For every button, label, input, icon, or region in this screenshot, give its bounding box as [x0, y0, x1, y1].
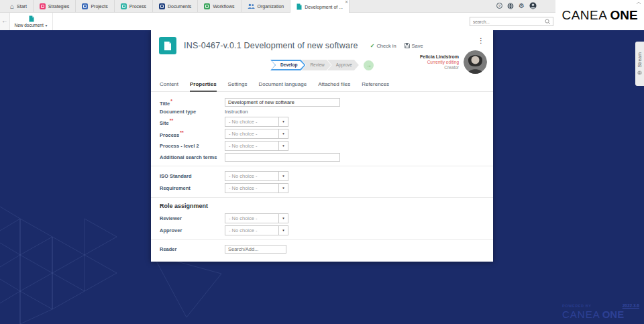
tab-process[interactable]: Process — [115, 0, 153, 12]
chevron-down-icon[interactable]: ▼ — [278, 214, 288, 223]
help-icon[interactable]: ? — [496, 3, 502, 9]
tab-label: Process — [129, 4, 146, 9]
tab-references[interactable]: References — [362, 81, 389, 91]
document-type-value: Instruction — [225, 109, 248, 115]
tab-workflows[interactable]: Workflows — [198, 0, 241, 12]
tab-label: Development of ... — [305, 5, 343, 9]
kebab-menu-icon[interactable]: ⋮ — [478, 37, 484, 44]
editing-status: Currently editing — [420, 60, 459, 64]
requirement-select[interactable]: - No choice - ▼ — [225, 183, 288, 193]
tab-label: Documents — [168, 4, 191, 9]
additional-search-terms-label: Additional search terms — [160, 154, 225, 160]
stream-icon — [637, 70, 642, 75]
stream-side-tab[interactable]: Stream — [635, 42, 644, 86]
chevron-down-icon[interactable]: ▼ — [278, 184, 288, 193]
tab-label: Start — [17, 4, 27, 9]
search-input[interactable] — [470, 19, 545, 24]
approver-label: Approver — [160, 227, 225, 233]
chevron-down-icon[interactable]: ▼ — [278, 129, 288, 138]
divider — [151, 239, 493, 240]
divider — [151, 166, 493, 166]
reviewer-select[interactable]: - No choice - ▼ — [225, 213, 288, 223]
avatar — [464, 50, 487, 74]
chevron-down-icon: ▼ — [45, 23, 48, 28]
save-button[interactable]: Save — [405, 43, 423, 49]
process-icon — [121, 3, 127, 9]
tab-projects[interactable]: Projects — [76, 0, 114, 12]
save-icon — [405, 43, 410, 48]
tab-label: Strategies — [48, 4, 70, 9]
iso-standard-select[interactable]: - No choice - ▼ — [225, 171, 288, 181]
check-icon: ✓ — [370, 43, 375, 49]
main-stage: INS-0467-v.0.1 Development of new softwa… — [0, 30, 644, 324]
process-select[interactable]: - No choice - ▼ — [225, 129, 288, 139]
chevron-down-icon[interactable]: ▼ — [278, 226, 288, 235]
content-tab-bar: Content Properties Settings Document lan… — [151, 81, 493, 92]
chevron-down-icon[interactable]: ▼ — [278, 117, 288, 126]
check-in-button[interactable]: ✓ Check in — [370, 43, 396, 49]
tab-attached-files[interactable]: Attached files — [318, 81, 350, 91]
reviewer-label: Reviewer — [160, 215, 225, 221]
user-avatar-icon[interactable] — [529, 2, 537, 9]
top-chrome: ⌂ Start Strategies Projects Process Docu… — [0, 0, 644, 30]
organization-icon — [248, 3, 255, 9]
globe-icon[interactable] — [507, 3, 514, 9]
workflow-step-approve[interactable]: Approve — [327, 60, 359, 70]
tab-document-language[interactable]: Document language — [259, 81, 307, 91]
strategies-icon — [40, 3, 46, 9]
form-row-reviewer: Reviewer - No choice - ▼ — [160, 213, 484, 223]
back-button[interactable]: ← — [0, 13, 10, 30]
projects-icon — [82, 3, 88, 9]
user-name: Felicia Lindstrom — [420, 54, 459, 59]
process-level2-label: Process - level 2 — [160, 143, 225, 149]
advance-workflow-button[interactable]: → — [364, 60, 374, 70]
tab-label: Projects — [91, 4, 107, 9]
form-row-requirement: Requirement - No choice - ▼ — [160, 183, 484, 193]
tab-label: Organization — [258, 4, 284, 9]
footer-logo: CANEAONE — [562, 309, 639, 320]
form-row-approver: Approver - No choice - ▼ — [160, 225, 484, 235]
version-link[interactable]: 2022.3.6 — [623, 303, 639, 308]
footer-branding: POWERED BY 2022.3.6 CANEAONE — [562, 303, 639, 320]
new-document-icon — [29, 15, 34, 22]
divider — [151, 197, 493, 198]
tab-start[interactable]: ⌂ Start — [4, 0, 34, 12]
form-row-iso-standard: ISO Standard - No choice - ▼ — [160, 171, 484, 181]
form-row-reader: Reader — [160, 245, 484, 254]
properties-form: Title* Document type Instruction Site** … — [151, 92, 493, 254]
document-title: INS-0467-v.0.1 Development of new softwa… — [184, 41, 358, 50]
chevron-down-icon[interactable]: ▼ — [278, 142, 288, 150]
workflow-step-develop[interactable]: Develop — [270, 60, 305, 70]
close-icon[interactable]: ✕ — [345, 0, 348, 4]
approver-select[interactable]: - No choice - ▼ — [225, 225, 288, 235]
system-icons: ? ⚙ — [496, 2, 537, 9]
gear-icon[interactable]: ⚙ — [519, 3, 525, 9]
tab-content[interactable]: Content — [160, 81, 178, 91]
documents-icon — [159, 3, 165, 9]
reader-input[interactable] — [225, 245, 286, 254]
workflow-step-review[interactable]: Review — [301, 60, 331, 70]
tab-strategies[interactable]: Strategies — [34, 0, 76, 12]
search-icon[interactable] — [545, 19, 551, 25]
title-label: Title* — [160, 99, 225, 107]
tab-organization[interactable]: Organization — [241, 0, 291, 12]
stream-label: Stream — [637, 52, 642, 68]
collapse-chevron-icon[interactable] — [636, 1, 641, 5]
chevron-down-icon[interactable]: ▼ — [278, 172, 288, 180]
tab-settings[interactable]: Settings — [228, 81, 248, 91]
reader-label: Reader — [160, 246, 225, 252]
tab-documents[interactable]: Documents — [153, 0, 198, 12]
additional-search-terms-input[interactable] — [225, 153, 340, 162]
powered-by-label: POWERED BY — [562, 304, 592, 308]
tab-properties[interactable]: Properties — [190, 81, 217, 92]
site-select[interactable]: - No choice - ▼ — [225, 117, 288, 127]
workflows-icon — [204, 3, 210, 9]
process-level2-select[interactable]: - No choice - ▼ — [225, 141, 288, 151]
tab-development-active[interactable]: Development of ... ✕ — [290, 0, 350, 13]
title-input[interactable] — [225, 98, 340, 107]
new-document-button[interactable]: New document ▼ — [10, 13, 53, 30]
form-row-document-type: Document type Instruction — [160, 109, 484, 115]
form-row-site: Site** - No choice - ▼ — [160, 117, 484, 127]
form-row-title: Title* — [160, 98, 484, 107]
user-role: Creator — [420, 65, 459, 70]
